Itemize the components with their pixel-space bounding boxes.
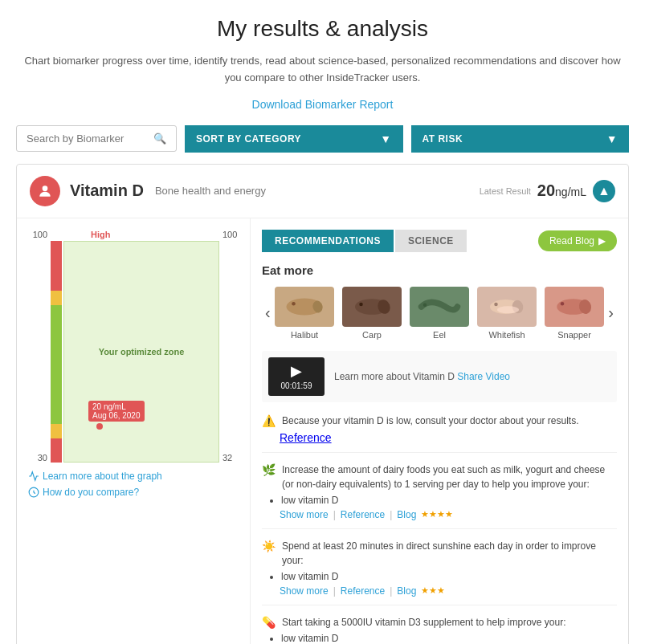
play-icon: ▶ xyxy=(291,362,302,380)
data-value: 20 ng/mL xyxy=(92,402,126,411)
supplement-icon: 💊 xyxy=(262,616,276,629)
yellow-bar xyxy=(51,291,62,305)
sep-3a: | xyxy=(333,585,336,597)
reference-link-2[interactable]: Reference xyxy=(341,509,385,520)
food-item-eel: Eel xyxy=(410,287,469,340)
left-color-bar xyxy=(51,241,62,463)
optimized-zone-label: Your optimized zone xyxy=(99,347,185,357)
tabs-bar: RECOMMENDATIONS SCIENCE Read Blog ▶ xyxy=(262,230,617,252)
page-container: My results & analysis Chart biomarker pr… xyxy=(0,0,645,644)
rec-row-4: 💊 Start taking a 5000IU vitamin D3 suppl… xyxy=(262,615,617,630)
search-input[interactable] xyxy=(27,132,149,145)
tab-science[interactable]: SCIENCE xyxy=(395,230,467,252)
rec-row-2: 🌿 Increase the amount of dairy foods you… xyxy=(262,463,617,491)
green-bar xyxy=(51,305,62,323)
search-box[interactable]: 🔍 xyxy=(16,125,177,152)
red-top-bar xyxy=(51,241,62,291)
snapper-label: Snapper xyxy=(557,330,591,340)
learn-more-graph-link[interactable]: Learn more about the graph xyxy=(28,471,242,482)
video-text: Learn more about Vitamin D Share Video xyxy=(334,371,510,382)
eat-more-label: Eat more xyxy=(262,263,617,277)
biomarker-name: Vitamin D xyxy=(70,181,144,200)
high-label: High xyxy=(91,230,110,239)
compare-icon xyxy=(28,487,39,498)
food-item-halibut: Halibut xyxy=(275,287,334,340)
reference-link-3[interactable]: Reference xyxy=(341,585,385,597)
rec-text-1: Because your vitamin D is low, consult y… xyxy=(282,414,579,428)
svg-point-0 xyxy=(43,185,48,191)
halibut-label: Halibut xyxy=(291,330,318,340)
whitefish-label: Whitefish xyxy=(488,330,525,340)
rec-bullets-4: low vitamin D low HDL above optimized tr… xyxy=(281,633,617,644)
blog-link-2[interactable]: Blog xyxy=(397,509,416,520)
carousel-prev-button[interactable]: ‹ xyxy=(262,304,274,322)
latest-result: Latest Result 20ng/mL ▲ xyxy=(480,180,615,202)
sort-by-category-button[interactable]: SORT BY CATEGORY ▼ xyxy=(185,125,403,153)
rec-text-4: Start taking a 5000IU vitamin D3 supplem… xyxy=(282,615,566,630)
rec-footer-1: Reference xyxy=(280,431,617,444)
y-top-label: 100 xyxy=(33,230,47,239)
data-date: Aug 06, 2020 xyxy=(92,411,141,420)
rec-reference-link-1[interactable]: Reference xyxy=(280,431,332,444)
right-top-label: 100 xyxy=(222,230,242,239)
result-value: 20ng/mL xyxy=(537,181,586,200)
data-point-badge: 20 ng/mL Aug 06, 2020 xyxy=(88,401,145,422)
card-body: 100 30 High xyxy=(17,218,628,644)
collapse-button[interactable]: ▲ xyxy=(593,180,615,202)
eel-image xyxy=(410,287,469,327)
rec-footer-3: Show more | Reference | Blog ★★★ xyxy=(280,585,617,597)
bullet-low-vit-d-3: low vitamin D xyxy=(281,571,617,582)
read-blog-button[interactable]: Read Blog ▶ xyxy=(538,230,617,251)
graph-links: Learn more about the graph How do you co… xyxy=(28,471,242,498)
y-bottom-label: 30 xyxy=(38,453,47,463)
svg-point-7 xyxy=(359,302,363,306)
chevron-down-icon: ▼ xyxy=(380,132,391,145)
show-more-link-3[interactable]: Show more xyxy=(280,585,329,597)
learn-graph-text: Learn more about the graph xyxy=(43,471,162,482)
rec-item-3: ☀️ Spend at least 20 minutes in direct s… xyxy=(262,539,617,605)
svg-point-12 xyxy=(497,306,519,313)
data-point-area: 20 ng/mL Aug 06, 2020 xyxy=(88,401,145,430)
rec-row-3: ☀️ Spend at least 20 minutes in direct s… xyxy=(262,539,617,568)
whitefish-fish-icon xyxy=(483,291,531,323)
yellow2-bar xyxy=(51,424,62,438)
food-item-whitefish: Whitefish xyxy=(477,287,537,340)
how-compare-link[interactable]: How do you compare? xyxy=(28,487,242,498)
carp-fish-icon xyxy=(348,291,396,323)
data-point-dot xyxy=(96,423,103,430)
share-video-link[interactable]: Share Video xyxy=(457,371,510,382)
page-subtitle: Chart biomarker progress over time, iden… xyxy=(16,53,629,87)
svg-point-8 xyxy=(423,303,427,307)
rec-text-2: Increase the amount of dairy foods you e… xyxy=(282,463,617,491)
sep-2a: | xyxy=(333,509,336,520)
sort-label: SORT BY CATEGORY xyxy=(196,133,301,145)
result-label: Latest Result xyxy=(480,186,531,196)
download-biomarker-report-link[interactable]: Download Biomarker Report xyxy=(252,98,394,111)
video-thumbnail[interactable]: ▶ 00:01:59 xyxy=(268,357,325,396)
recommendations-section: RECOMMENDATIONS SCIENCE Read Blog ▶ Eat … xyxy=(250,218,628,644)
rec-item-1: ⚠️ Because your vitamin D is low, consul… xyxy=(262,414,617,453)
at-risk-filter-button[interactable]: AT RISK ▼ xyxy=(411,125,630,153)
food-items: Halibut Carp xyxy=(274,287,606,340)
plant-icon: 🌿 xyxy=(262,463,276,476)
snapper-fish-icon xyxy=(550,291,598,323)
show-more-link-2[interactable]: Show more xyxy=(280,509,329,520)
red-bottom-bar xyxy=(51,438,62,463)
tab-recommendations[interactable]: RECOMMENDATIONS xyxy=(262,230,394,252)
rec-footer-2: Show more | Reference | Blog ★★★★ xyxy=(280,509,617,520)
rec-text-3: Spend at least 20 minutes in direct suns… xyxy=(282,539,617,568)
right-axis-labels: 100 32 xyxy=(219,230,242,463)
carousel-next-button[interactable]: › xyxy=(605,304,617,322)
svg-point-15 xyxy=(561,302,565,306)
bar-group: Your optimized zone 20 ng/mL Aug 06, 202… xyxy=(51,241,219,463)
stars-3: ★★★ xyxy=(421,585,445,596)
video-description: Learn more about Vitamin D xyxy=(334,371,455,382)
food-item-snapper: Snapper xyxy=(545,287,604,340)
graph-section: 100 30 High xyxy=(17,218,250,644)
video-row: ▶ 00:01:59 Learn more about Vitamin D Sh… xyxy=(262,351,617,402)
sun-icon: ☀️ xyxy=(262,540,276,552)
person-icon xyxy=(37,183,53,199)
read-blog-label: Read Blog xyxy=(549,235,594,247)
bullet-low-vit-d-4: low vitamin D xyxy=(281,633,617,644)
blog-link-3[interactable]: Blog xyxy=(397,585,416,597)
